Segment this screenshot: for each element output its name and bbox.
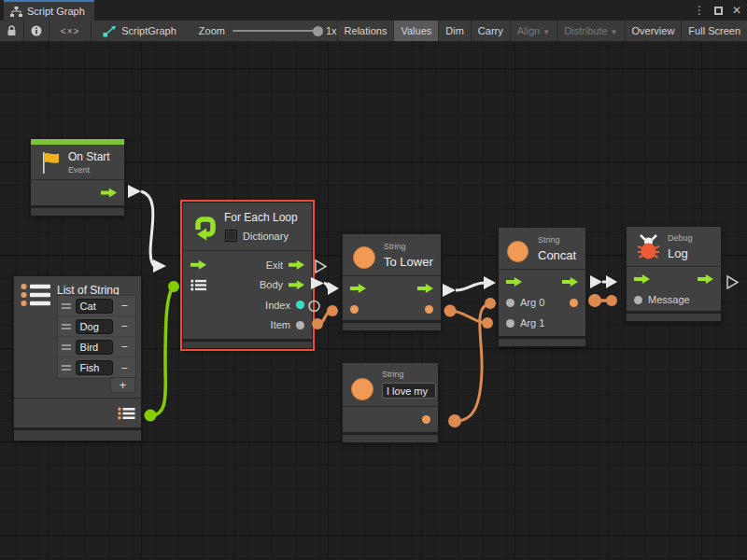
dim-button[interactable]: Dim <box>438 21 471 41</box>
string-output-port[interactable] <box>422 415 430 424</box>
tab-script-graph[interactable]: Script Graph <box>4 0 94 21</box>
message-input-port[interactable] <box>634 296 642 304</box>
wire-onstart-to-foreach[interactable] <box>128 185 166 273</box>
info-icon <box>31 25 42 36</box>
flow-output-port[interactable] <box>562 276 578 287</box>
breadcrumb-button[interactable]: <×> <box>49 21 92 41</box>
carry-button[interactable]: Carry <box>471 21 510 41</box>
node-concat[interactable]: String Concat Arg 0 Arg 1 <box>498 227 586 347</box>
drag-handle-icon[interactable] <box>62 344 71 350</box>
flow-input-port[interactable] <box>350 283 366 294</box>
menu-icon[interactable]: ⋮ <box>694 5 705 16</box>
node-to-lower[interactable]: String To Lower <box>342 233 442 331</box>
close-icon[interactable]: ✕ <box>732 5 741 16</box>
item-output-port[interactable] <box>296 321 304 329</box>
list-item-input[interactable] <box>76 340 113 355</box>
flow-output-port[interactable] <box>101 188 117 199</box>
distribute-button[interactable]: Distribute ▼ <box>557 21 624 41</box>
maximize-icon[interactable] <box>714 7 723 15</box>
zoom-slider-handle[interactable] <box>313 26 323 36</box>
node-footer <box>343 320 441 330</box>
align-label: Align <box>517 25 540 36</box>
full-screen-button[interactable]: Full Screen <box>681 21 747 41</box>
remove-item-button[interactable]: − <box>118 320 132 332</box>
info-button[interactable] <box>24 21 49 41</box>
list-item-row: − <box>58 337 135 357</box>
zoom-control: Zoom 1x <box>186 21 337 41</box>
wire-tolower-to-concat[interactable] <box>443 276 496 297</box>
string-input-port[interactable] <box>350 305 359 314</box>
node-title: On Start <box>68 150 110 163</box>
string-output-port[interactable] <box>425 305 433 314</box>
port-label-body: Body <box>260 279 283 290</box>
node-debug-log[interactable]: Debug Log Message <box>626 226 722 322</box>
drag-handle-icon[interactable] <box>62 365 71 371</box>
lock-button[interactable] <box>0 21 24 41</box>
wire-tolower-to-arg1[interactable] <box>444 305 494 329</box>
list-item-input[interactable] <box>76 299 113 314</box>
exit-output-port[interactable] <box>289 259 304 271</box>
node-footer <box>14 427 141 441</box>
wire-item-to-tolower[interactable] <box>312 305 338 329</box>
wire-concat-to-message[interactable] <box>588 294 617 307</box>
list-item-input[interactable] <box>76 319 113 334</box>
drag-handle-icon[interactable] <box>62 324 71 329</box>
window-controls: ⋮ ✕ <box>694 0 741 21</box>
dictionary-checkbox[interactable] <box>225 230 237 242</box>
remove-item-button[interactable]: − <box>118 341 132 353</box>
flag-icon <box>39 151 62 175</box>
wire-list-to-foreach[interactable] <box>145 281 180 422</box>
graph-canvas[interactable]: On Start Event List of String <box>0 42 747 560</box>
body-output-port[interactable] <box>289 279 304 290</box>
overview-button[interactable]: Overview <box>625 21 682 41</box>
node-for-each-loop[interactable]: For Each Loop Dictionary Exit <box>182 202 313 349</box>
log-exit-unconnected-port[interactable] <box>727 276 738 288</box>
wire-concat-to-log[interactable] <box>590 275 617 288</box>
flow-input-port[interactable] <box>506 276 522 287</box>
remove-item-button[interactable]: − <box>118 300 132 312</box>
zoom-label: Zoom <box>199 25 225 36</box>
list-icon <box>21 283 52 307</box>
node-on-start[interactable]: On Start Event <box>30 138 125 217</box>
node-string-literal[interactable]: String <box>342 362 439 443</box>
toolbar-buttons: Relations Values Dim Carry Align ▼ Distr… <box>337 21 747 41</box>
string-list-editor: − − − − <box>57 295 136 379</box>
flow-output-port[interactable] <box>698 273 713 285</box>
remove-item-button[interactable]: − <box>118 362 132 374</box>
relations-button[interactable]: Relations <box>337 21 394 41</box>
hierarchy-icon <box>10 7 22 17</box>
wire-literal-to-arg0[interactable] <box>448 298 496 427</box>
align-button[interactable]: Align ▼ <box>510 21 557 41</box>
string-value-input[interactable] <box>382 383 436 399</box>
node-list-of-string[interactable]: List of String − − − <box>13 275 142 441</box>
port-label-exit: Exit <box>266 259 283 271</box>
list-item-input[interactable] <box>76 360 113 375</box>
node-footer <box>627 311 721 321</box>
list-item-row: − <box>58 316 135 337</box>
node-title: For Each Loop <box>224 211 298 224</box>
list-input-port[interactable] <box>190 279 206 291</box>
flow-input-port[interactable] <box>190 259 206 271</box>
node-subtitle: Event <box>68 165 110 175</box>
flow-input-port[interactable] <box>634 273 650 285</box>
add-item-button[interactable]: + <box>110 377 135 393</box>
flow-output-port[interactable] <box>417 283 433 294</box>
breadcrumb[interactable]: ScriptGraph <box>92 21 186 41</box>
exit-unconnected-port[interactable] <box>316 260 326 273</box>
node-footer <box>183 339 312 348</box>
graph-toolbar: <×> ScriptGraph Zoom 1x Relations Values… <box>0 21 747 42</box>
string-output-port[interactable] <box>570 299 578 307</box>
loop-icon <box>190 213 219 242</box>
node-type-label: String <box>538 235 560 245</box>
drag-handle-icon[interactable] <box>62 303 71 309</box>
arg1-input-port[interactable] <box>506 319 514 328</box>
index-output-port[interactable] <box>296 301 304 309</box>
values-button[interactable]: Values <box>393 21 438 41</box>
zoom-slider[interactable] <box>233 30 318 32</box>
node-title: Log <box>668 246 688 260</box>
string-type-icon <box>507 241 529 262</box>
arg0-input-port[interactable] <box>506 299 514 307</box>
list-output-port[interactable] <box>118 407 135 420</box>
wire-body-to-tolower[interactable] <box>311 277 339 295</box>
dictionary-label: Dictionary <box>243 231 289 242</box>
